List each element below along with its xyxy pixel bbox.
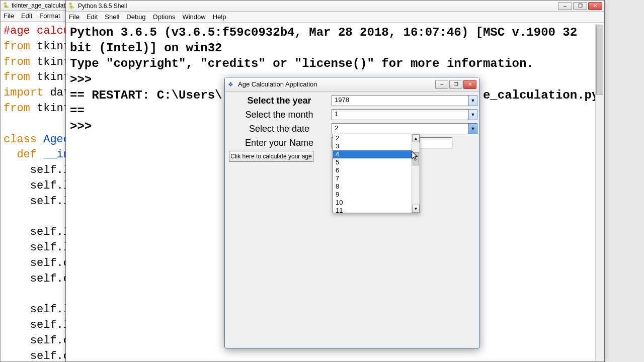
python-icon: 🐍 <box>3 2 10 9</box>
combo-date-value[interactable]: 2 <box>332 123 468 134</box>
dropdown-scrollbar[interactable]: ▲ ▼ <box>412 134 420 213</box>
combo-year[interactable]: 1978 ▼ <box>332 95 477 106</box>
row-month: Select the month 1 ▼ <box>227 108 477 122</box>
menu-help[interactable]: Help <box>213 13 226 21</box>
scrollbar-thumb[interactable] <box>596 25 603 95</box>
kw: import <box>4 86 43 99</box>
menu-file[interactable]: File <box>69 13 79 21</box>
kw: from <box>4 40 30 53</box>
scroll-track[interactable] <box>412 142 420 205</box>
label-date: Select the date <box>227 124 332 134</box>
kw: from <box>4 71 30 83</box>
shell-prompt: >>> <box>70 73 99 86</box>
dropdown-item-highlighted[interactable]: 4 <box>333 150 420 158</box>
maximize-button[interactable]: ❐ <box>449 80 462 89</box>
age-calc-dialog: ❖ Age Calculation Application – ❐ ✕ Sele… <box>224 77 480 348</box>
shell-copyright: Type "copyright", "credits" or "license(… <box>70 57 534 70</box>
label-name: Enter your Name <box>227 138 332 148</box>
dialog-body: Select the year 1978 ▼ Select the month … <box>225 92 479 164</box>
kw: from <box>4 56 30 68</box>
dropdown-item[interactable]: 11 <box>333 207 420 213</box>
menu-format[interactable]: Format <box>39 12 60 20</box>
stmt: self.c <box>30 334 70 347</box>
kw: class <box>4 133 37 146</box>
combo-month-value[interactable]: 1 <box>332 109 468 120</box>
shell-menubar: File Edit Shell Debug Options Window Hel… <box>66 12 604 23</box>
menu-edit[interactable]: Edit <box>21 12 32 20</box>
scroll-down-icon[interactable]: ▼ <box>412 205 420 213</box>
minimize-button[interactable]: – <box>558 2 572 10</box>
calculate-button[interactable]: Clik here to calculate your age <box>229 151 313 162</box>
stmt: self.c <box>30 273 70 285</box>
scroll-thumb[interactable] <box>413 152 419 165</box>
chevron-down-icon[interactable]: ▼ <box>468 95 477 106</box>
menu-file[interactable]: File <box>4 12 14 20</box>
date-dropdown: 2 3 4 5 6 7 8 9 10 11 ▲ ▼ <box>333 134 420 213</box>
dropdown-item[interactable]: 3 <box>333 142 420 150</box>
close-button[interactable]: ✕ <box>588 2 602 10</box>
dropdown-list: 2 3 4 5 6 7 8 9 10 11 <box>333 134 420 213</box>
dialog-titlebar[interactable]: ❖ Age Calculation Application – ❐ ✕ <box>225 77 479 92</box>
dropdown-item[interactable]: 9 <box>333 191 420 199</box>
shell-version: Python 3.6.5 (v3.6.5:f59c0932b4, Mar 28 … <box>70 26 585 55</box>
dropdown-item[interactable]: 10 <box>333 199 420 207</box>
kw: from <box>4 102 30 115</box>
shell-window-buttons: – ❐ ✕ <box>558 2 602 10</box>
shell-scrollbar[interactable] <box>595 25 604 361</box>
shell-prompt: >>> <box>70 120 99 133</box>
maximize-button[interactable]: ❐ <box>573 2 587 10</box>
tk-feather-icon: ❖ <box>228 81 235 88</box>
menu-shell[interactable]: Shell <box>105 13 119 21</box>
row-year: Select the year 1978 ▼ <box>227 94 477 108</box>
code-comment: #age calcu <box>4 25 70 37</box>
combo-date[interactable]: 2 ▼ <box>332 123 477 134</box>
python-icon: 🐍 <box>68 3 75 10</box>
menu-edit[interactable]: Edit <box>87 13 98 21</box>
stmt: self.c <box>30 350 70 362</box>
chevron-down-icon[interactable]: ▼ <box>468 109 477 120</box>
dialog-title-text: Age Calculation Application <box>238 80 317 88</box>
scroll-up-icon[interactable]: ▲ <box>412 134 420 142</box>
close-button[interactable]: ✕ <box>463 80 476 89</box>
dialog-window-buttons: – ❐ ✕ <box>435 80 476 89</box>
stmt: self.c <box>30 257 70 269</box>
dropdown-item[interactable]: 8 <box>333 183 420 191</box>
dropdown-item[interactable]: 2 <box>333 134 420 142</box>
shell-titlebar[interactable]: 🐍 Python 3.6.5 Shell – ❐ ✕ <box>66 1 604 12</box>
dropdown-item[interactable]: 6 <box>333 166 420 174</box>
minimize-button[interactable]: – <box>435 80 448 89</box>
menu-debug[interactable]: Debug <box>126 13 145 21</box>
kw: def <box>17 148 37 161</box>
dropdown-item[interactable]: 7 <box>333 174 420 183</box>
label-year: Select the year <box>227 96 332 106</box>
chevron-down-icon[interactable]: ▼ <box>468 123 477 134</box>
editor-title-text: tkinter_age_calculat <box>12 2 65 9</box>
shell-title-text: Python 3.6.5 Shell <box>78 3 127 10</box>
combo-month[interactable]: 1 ▼ <box>332 109 477 120</box>
dropdown-item[interactable]: 5 <box>333 158 420 166</box>
menu-window[interactable]: Window <box>182 13 205 21</box>
combo-year-value[interactable]: 1978 <box>332 95 468 106</box>
menu-options[interactable]: Options <box>153 13 176 21</box>
label-month: Select the month <box>227 110 332 120</box>
